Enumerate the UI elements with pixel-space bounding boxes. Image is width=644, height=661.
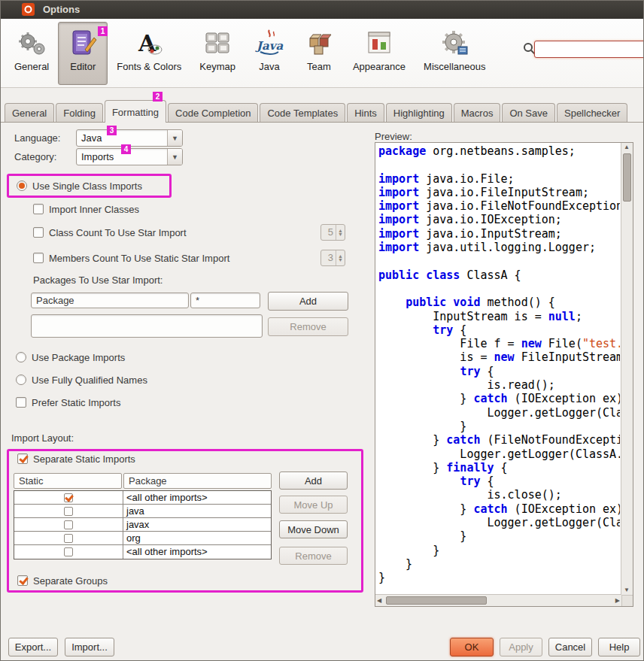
import-layout-row[interactable]: java [14,505,271,518]
tab-on-save[interactable]: On Save [502,103,555,122]
package-cell: <all other imports> [123,491,271,504]
category-label: General [14,61,49,72]
prefer-static-imports-checkbox[interactable] [16,397,26,408]
import-inner-classes-checkbox[interactable] [33,204,44,214]
use-single-class-imports-radio[interactable] [17,180,27,191]
tab-general[interactable]: General [5,103,54,122]
use-fully-qualified-label[interactable]: Use Fully Qualified Names [32,374,147,386]
static-checkbox[interactable] [64,520,73,529]
tab-formatting[interactable]: Formatting [105,100,166,123]
preview-label: Preview: [375,131,412,142]
import-layout-row[interactable]: org [14,532,271,545]
language-label: Language: [14,132,60,144]
cancel-button[interactable]: Cancel [548,638,592,656]
tab-hints[interactable]: Hints [347,103,384,122]
members-count-spinner[interactable]: 3 ▲▼ [320,250,345,266]
members-count-checkbox[interactable] [33,253,44,263]
scrollbar-corner [621,595,633,606]
tab-code-completion[interactable]: Code Completion [168,103,258,122]
static-checkbox[interactable] [64,534,73,543]
class-count-label[interactable]: Class Count To Use Star Import [49,227,187,238]
import-inner-classes-label[interactable]: Import Inner Classes [49,204,139,215]
star-table-header-package[interactable]: Package [31,293,189,308]
category-miscellaneous[interactable]: Miscellaneous [415,22,494,85]
category-list: General Editor A [5,19,494,87]
move-up-button[interactable]: Move Up [279,496,348,514]
import-layout-label: Import Layout: [11,432,74,444]
miscellaneous-icon [439,27,470,59]
scroll-up-arrow-icon[interactable]: ▲ [624,144,630,151]
category-java[interactable]: Java Java [245,22,294,85]
class-count-checkbox[interactable] [33,227,44,238]
members-count-label[interactable]: Members Count To Use Static Star Import [49,253,229,264]
preview-vertical-scrollbar[interactable]: ▲ ▼ [621,143,633,595]
separate-groups-checkbox[interactable] [17,575,28,586]
search-input[interactable] [534,41,644,58]
help-button[interactable]: Help [598,638,640,656]
spinner-arrows-icon[interactable]: ▲▼ [336,250,345,265]
tab-folding[interactable]: Folding [56,103,103,122]
export-button[interactable]: Export... [8,638,58,656]
separate-static-imports-checkbox[interactable] [17,453,28,464]
tab-code-templates[interactable]: Code Templates [260,103,345,122]
vertical-scroll-thumb[interactable] [623,153,631,202]
layout-header-static[interactable]: Static [14,473,122,489]
category-appearance[interactable]: Appearance [344,22,415,85]
use-package-imports-label[interactable]: Use Package Imports [32,352,125,363]
svg-text:A: A [138,30,156,56]
star-table-header-star[interactable]: * [190,293,260,308]
static-checkbox[interactable] [64,507,73,516]
star-remove-button[interactable]: Remove [268,317,348,336]
tab-highlighting[interactable]: Highlighting [386,103,452,122]
gears-icon [16,27,47,59]
static-checkbox[interactable] [64,493,73,502]
layout-add-button[interactable]: Add [279,471,348,490]
tab-spellchecker[interactable]: Spellchecker [557,103,627,122]
separate-static-imports-label[interactable]: Separate Static Imports [33,453,135,465]
scroll-down-arrow-icon[interactable]: ▼ [624,587,630,594]
layout-remove-button[interactable]: Remove [279,547,348,565]
tab-macros[interactable]: Macros [454,103,501,122]
chevron-down-icon[interactable]: ▼ [167,130,182,146]
star-table-empty-area[interactable] [31,314,263,338]
spinner-value: 5 [321,225,336,240]
preview-horizontal-scrollbar[interactable]: ◀ ▶ [375,594,621,606]
package-cell: javax [123,518,271,531]
tab-strip: General Folding Formatting Code Completi… [1,99,644,123]
import-button[interactable]: Import... [65,638,114,656]
package-cell: <all other imports> [123,545,271,559]
category-team[interactable]: Team [294,22,344,85]
layout-header-package[interactable]: Package [123,473,272,489]
spinner-arrows-icon[interactable]: ▲▼ [336,225,345,240]
category-label: Java [259,61,279,72]
title-bar: Options [1,1,644,19]
use-fully-qualified-radio[interactable] [16,374,26,385]
horizontal-scroll-thumb[interactable] [386,596,487,605]
scroll-right-arrow-icon[interactable]: ▶ [615,597,620,605]
prefer-static-imports-label[interactable]: Prefer Static Imports [32,397,120,408]
category-keymap[interactable]: Keymap [190,22,245,85]
move-down-button[interactable]: Move Down [279,520,348,538]
static-checkbox[interactable] [64,547,73,556]
annotation-badge-1: 1 [98,26,108,36]
scroll-left-arrow-icon[interactable]: ◀ [377,597,381,605]
import-layout-row[interactable]: <all other imports> [14,491,271,505]
use-package-imports-radio[interactable] [16,352,26,362]
ok-button[interactable]: OK [450,638,494,656]
chevron-down-icon[interactable]: ▼ [167,149,182,165]
use-single-class-imports-label[interactable]: Use Single Class Imports [32,180,142,192]
static-cell [14,505,123,517]
import-layout-row[interactable]: <all other imports> [14,545,271,559]
category-fonts-colors[interactable]: A Fonts & Colors [108,22,190,85]
category-general[interactable]: General [5,22,58,85]
preview-code: package org.netbeans.samples; import jav… [378,144,620,593]
annotation-badge-2: 2 [153,92,163,102]
class-count-spinner[interactable]: 5 ▲▼ [320,224,345,241]
separate-groups-label[interactable]: Separate Groups [33,575,108,587]
annotation-badge-3: 3 [107,126,117,135]
import-layout-row[interactable]: javax [14,518,271,532]
apply-button[interactable]: Apply [500,638,542,656]
star-add-button[interactable]: Add [268,292,348,311]
language-value: Java [77,132,167,144]
category-label: Fonts & Colors [117,61,181,72]
